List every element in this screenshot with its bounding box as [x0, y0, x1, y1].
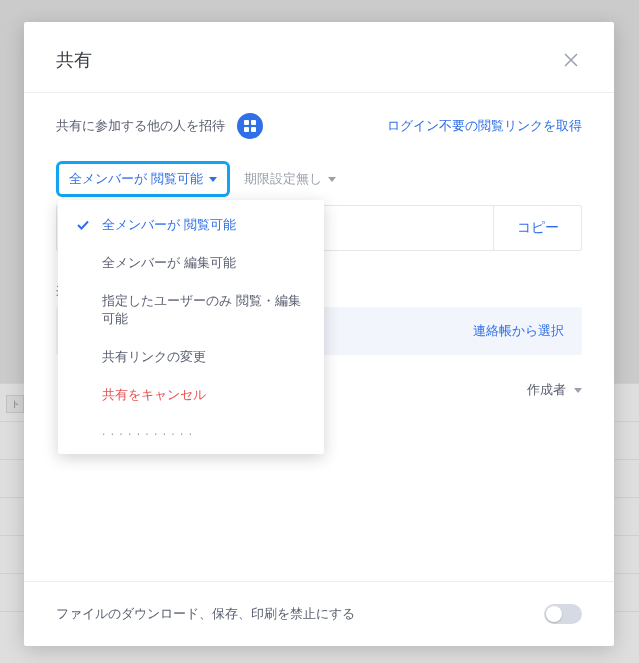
restrict-download-label: ファイルのダウンロード、保存、印刷を禁止にする	[56, 605, 355, 623]
invite-text: 共有に参加する他の人を招待	[56, 117, 225, 135]
check-icon	[76, 218, 90, 232]
invite-left: 共有に参加する他の人を招待	[56, 113, 263, 139]
permission-part1: 全メンバーが	[69, 170, 147, 188]
qr-button[interactable]	[237, 113, 263, 139]
copy-button[interactable]: コピー	[493, 206, 581, 250]
role-label: 作成者	[527, 381, 566, 399]
invite-row: 共有に参加する他の人を招待 ログイン不要の閲覧リンクを取得	[56, 113, 582, 139]
modal-footer: ファイルのダウンロード、保存、印刷を禁止にする	[24, 581, 614, 646]
close-icon	[564, 53, 578, 67]
expiry-label: 期限設定無し	[244, 170, 322, 188]
dropdown-item[interactable]: 指定したユーザーのみ 閲覧・編集可能	[58, 282, 324, 338]
qr-icon	[244, 120, 256, 132]
get-view-link[interactable]: ログイン不要の閲覧リンクを取得	[387, 117, 582, 135]
dropdown-item[interactable]: 全メンバーが 編集可能	[58, 244, 324, 282]
dropdown-item[interactable]: 全メンバーが 閲覧可能	[58, 206, 324, 244]
permission-dropdown-trigger[interactable]: 全メンバーが 閲覧可能	[56, 161, 230, 197]
permission-dropdown-menu: 全メンバーが 閲覧可能全メンバーが 編集可能指定したユーザーのみ 閲覧・編集可能…	[58, 200, 324, 454]
chevron-down-icon	[328, 177, 336, 182]
toggle-knob	[546, 606, 562, 622]
select-from-contacts[interactable]: 連絡帳から選択	[473, 322, 564, 340]
expiry-dropdown[interactable]: 期限設定無し	[244, 170, 336, 188]
modal-header: 共有	[24, 22, 614, 93]
dropdown-truncated-row: . . . . . . . . . . .	[58, 414, 324, 448]
restrict-download-toggle[interactable]	[544, 604, 582, 624]
chevron-down-icon	[209, 177, 217, 182]
dropdown-item[interactable]: 共有リンクの変更	[58, 338, 324, 376]
close-button[interactable]	[560, 49, 582, 71]
permission-part2: 閲覧可能	[151, 170, 203, 188]
role-dropdown[interactable]: 作成者	[527, 381, 582, 399]
controls-row: 全メンバーが 閲覧可能 期限設定無し	[56, 161, 582, 197]
chevron-down-icon	[574, 388, 582, 393]
modal-title: 共有	[56, 48, 92, 72]
dropdown-item[interactable]: 共有をキャンセル	[58, 376, 324, 414]
